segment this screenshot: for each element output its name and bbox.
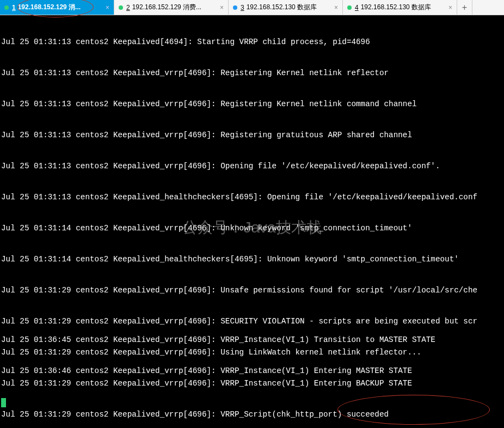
tab-2[interactable]: 2 192.168.152.129 消费... × bbox=[114, 0, 229, 15]
log-line: Jul 25 01:36:45 centos2 Keepalived_vrrp[… bbox=[1, 335, 435, 345]
log-line: Jul 25 01:31:13 centos2 Keepalived_healt… bbox=[1, 192, 477, 203]
tab-number: 1 bbox=[12, 4, 16, 11]
log-line: Jul 25 01:31:29 centos2 Keepalived_vrrp[… bbox=[1, 285, 477, 296]
status-dot-icon bbox=[119, 5, 123, 10]
tab-bar: 1 192.168.152.129 消... × 2 192.168.152.1… bbox=[0, 0, 504, 15]
log-line: Jul 25 01:31:14 centos2 Keepalived_vrrp[… bbox=[1, 223, 477, 234]
close-icon[interactable]: × bbox=[446, 4, 452, 11]
terminal[interactable]: Jul 25 01:31:13 centos2 Keepalived[4694]… bbox=[0, 15, 504, 428]
tab-number: 4 bbox=[355, 4, 359, 11]
status-dot-icon bbox=[4, 5, 9, 10]
close-icon[interactable]: × bbox=[218, 4, 224, 11]
new-tab-button[interactable]: + bbox=[457, 0, 472, 15]
log-line: Jul 25 01:31:13 centos2 Keepalived_vrrp[… bbox=[1, 130, 477, 140]
log-line: Jul 25 01:31:13 centos2 Keepalived[4694]… bbox=[1, 37, 477, 47]
tab-4[interactable]: 4 192.168.152.130 数据库 × bbox=[343, 0, 457, 15]
tab-3[interactable]: 3 192.168.152.130 数据库 × bbox=[229, 0, 343, 15]
tab-label: 192.168.152.130 数据库 bbox=[361, 3, 431, 12]
cursor-line bbox=[1, 397, 435, 407]
tab-number: 2 bbox=[126, 4, 130, 11]
tab-label: 192.168.152.130 数据库 bbox=[247, 3, 317, 12]
tab-1[interactable]: 1 192.168.152.129 消... × bbox=[0, 0, 114, 15]
tab-label: 192.168.152.129 消... bbox=[18, 3, 81, 12]
log-line: Jul 25 01:31:14 centos2 Keepalived_healt… bbox=[1, 254, 477, 265]
log-line: Jul 25 01:31:13 centos2 Keepalived_vrrp[… bbox=[1, 68, 477, 78]
tab-number: 3 bbox=[241, 4, 244, 11]
log-output-bottom: Jul 25 01:36:45 centos2 Keepalived_vrrp[… bbox=[0, 314, 437, 428]
status-dot-icon bbox=[233, 5, 237, 10]
cursor-icon bbox=[1, 398, 6, 407]
close-icon[interactable]: × bbox=[103, 4, 109, 11]
log-line: Jul 25 01:36:46 centos2 Keepalived_vrrp[… bbox=[1, 366, 435, 376]
tab-label: 192.168.152.129 消费... bbox=[132, 3, 201, 12]
close-icon[interactable]: × bbox=[332, 4, 338, 11]
status-dot-icon bbox=[347, 5, 352, 10]
log-line: Jul 25 01:31:13 centos2 Keepalived_vrrp[… bbox=[1, 99, 477, 109]
log-line: Jul 25 01:31:13 centos2 Keepalived_vrrp[… bbox=[1, 161, 477, 172]
